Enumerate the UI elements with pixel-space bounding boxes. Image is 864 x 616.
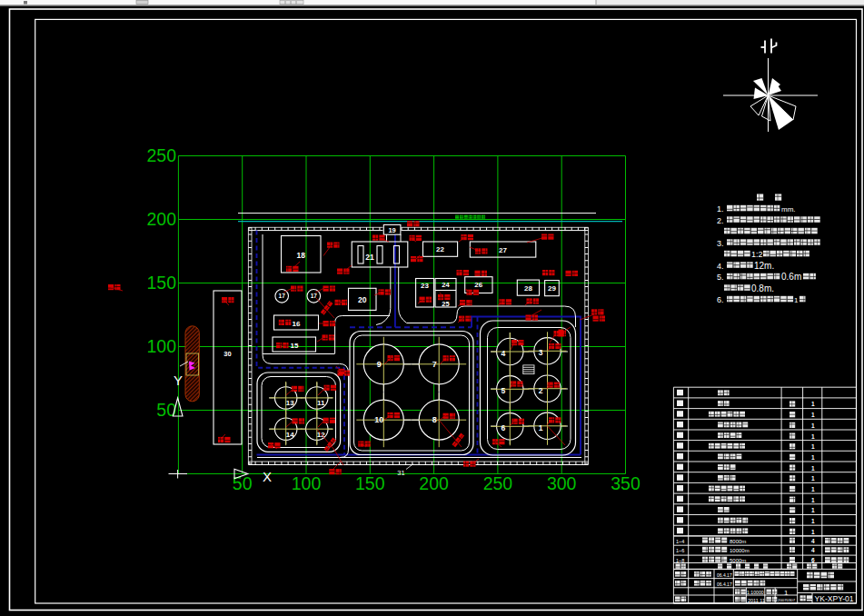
svg-text:27: 27	[499, 246, 507, 254]
svg-text:X: X	[263, 469, 272, 484]
svg-text:4: 4	[811, 538, 815, 544]
svg-text:1: 1	[811, 454, 815, 461]
svg-text:29: 29	[548, 284, 556, 293]
svg-text:21: 21	[365, 253, 374, 262]
svg-text:1.: 1.	[717, 204, 724, 214]
svg-text:1:10000: 1:10000	[747, 590, 764, 595]
svg-text:1: 1	[811, 412, 815, 418]
svg-text:1~8: 1~8	[676, 558, 684, 563]
svg-text:6: 6	[811, 557, 815, 563]
svg-text:30: 30	[223, 350, 231, 358]
svg-text:6.: 6.	[717, 295, 724, 304]
svg-text:1: 1	[811, 475, 815, 482]
svg-text:Y: Y	[174, 373, 183, 388]
svg-text:1: 1	[811, 497, 815, 503]
svg-text:25: 25	[442, 300, 449, 308]
svg-text:10000m: 10000m	[730, 548, 750, 553]
svg-text:250: 250	[483, 473, 513, 493]
svg-text:9: 9	[377, 360, 382, 369]
svg-text:1: 1	[811, 401, 815, 407]
svg-text:26: 26	[474, 281, 482, 289]
svg-text:200: 200	[419, 473, 449, 493]
svg-text:4: 4	[501, 349, 505, 358]
svg-text:2: 2	[539, 386, 543, 395]
svg-text:200: 200	[146, 209, 176, 229]
svg-text:23: 23	[421, 282, 429, 290]
svg-text:3.: 3.	[717, 239, 724, 248]
svg-text:11: 11	[317, 399, 325, 407]
svg-text:1: 1	[811, 486, 815, 492]
svg-text:1:2: 1:2	[751, 250, 763, 259]
svg-text:mm.: mm.	[781, 205, 796, 214]
svg-text:24: 24	[442, 281, 450, 289]
svg-text:06.4.17: 06.4.17	[717, 572, 732, 578]
svg-text:06.4.17: 06.4.17	[717, 581, 732, 587]
svg-text:1: 1	[811, 443, 815, 450]
svg-text:1: 1	[784, 589, 789, 597]
svg-text:1~4: 1~4	[676, 539, 684, 544]
svg-text:20: 20	[358, 295, 367, 304]
svg-text:50: 50	[156, 400, 176, 420]
svg-text:250: 250	[146, 145, 176, 165]
svg-text:13: 13	[286, 399, 294, 407]
svg-text:1: 1	[794, 296, 799, 304]
svg-text:4.: 4.	[717, 262, 724, 271]
svg-text:4: 4	[811, 547, 815, 553]
svg-text:1: 1	[811, 518, 815, 524]
svg-text:YK-XPY-01: YK-XPY-01	[815, 594, 854, 603]
svg-text:1: 1	[811, 433, 815, 440]
svg-text:5: 5	[501, 386, 505, 395]
svg-text:1: 1	[811, 422, 815, 429]
svg-text:16: 16	[293, 320, 301, 328]
svg-text:19: 19	[388, 226, 395, 234]
svg-text:2.: 2.	[717, 216, 724, 225]
svg-text:2011.11: 2011.11	[748, 598, 765, 603]
svg-text:5000m: 5000m	[730, 558, 746, 563]
svg-text:10: 10	[374, 415, 383, 424]
svg-text:50: 50	[233, 473, 253, 493]
svg-text:150: 150	[355, 473, 385, 493]
svg-text:8: 8	[432, 415, 437, 424]
svg-text:14: 14	[286, 431, 294, 439]
svg-text:8000m: 8000m	[730, 539, 746, 544]
svg-text:31: 31	[397, 469, 404, 477]
svg-text:1: 1	[811, 465, 815, 472]
svg-text:1~6: 1~6	[676, 548, 684, 553]
svg-text:150: 150	[146, 273, 176, 293]
svg-text:20070307: 20070307	[778, 598, 796, 602]
svg-text:350: 350	[611, 473, 641, 493]
svg-text:22: 22	[436, 245, 444, 253]
svg-text:0.8m.: 0.8m.	[751, 283, 774, 293]
svg-text:12m.: 12m.	[754, 261, 774, 271]
svg-text:100: 100	[292, 473, 322, 493]
svg-text:0.6m: 0.6m	[781, 272, 801, 282]
svg-text:18: 18	[296, 251, 305, 260]
svg-text:100: 100	[146, 336, 176, 356]
svg-text:1: 1	[811, 529, 815, 535]
svg-text:28: 28	[524, 284, 532, 293]
svg-text:1: 1	[811, 507, 815, 513]
svg-text:3: 3	[539, 348, 543, 357]
svg-text:1: 1	[539, 423, 543, 432]
svg-text:17: 17	[279, 293, 286, 299]
svg-text:7: 7	[432, 360, 437, 369]
svg-text:300: 300	[547, 473, 577, 493]
svg-text:5.: 5.	[717, 273, 724, 282]
svg-text:15: 15	[291, 342, 299, 350]
svg-text:6: 6	[501, 423, 505, 432]
